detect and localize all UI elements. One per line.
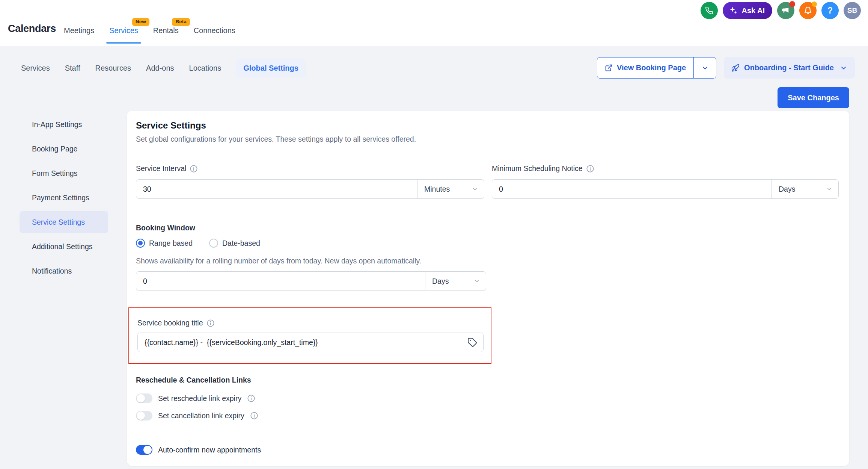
top-header: Calendars Meetings Services New Rentals … xyxy=(0,0,868,46)
links-section-title: Reschedule & Cancellation Links xyxy=(136,376,251,384)
notifications-button[interactable] xyxy=(799,2,817,19)
service-interval-unit-select[interactable]: Minutes xyxy=(417,180,484,198)
booking-window-label-text: Booking Window xyxy=(136,224,195,232)
reschedule-expiry-label: Set reschedule link expiry xyxy=(158,394,241,403)
calendar-tabs: Meetings Services New Rentals Beta Conne… xyxy=(64,26,235,36)
sidebar-item-notifications[interactable]: Notifications xyxy=(20,260,108,282)
minimum-notice-unit-select[interactable]: Days xyxy=(772,180,838,198)
info-icon[interactable] xyxy=(250,412,258,420)
tag-icon[interactable] xyxy=(467,337,477,347)
minimum-notice-unit-value: Days xyxy=(779,185,795,194)
sidebar-item-booking-page[interactable]: Booking Page xyxy=(20,138,108,160)
onboarding-start-guide-button[interactable]: Onboarding - Start Guide xyxy=(724,57,855,79)
help-button[interactable]: ? xyxy=(821,2,839,19)
subnav-global-settings[interactable]: Global Settings xyxy=(236,59,306,77)
section-title: Service Settings xyxy=(136,120,206,131)
chevron-down-icon xyxy=(473,278,480,284)
bell-icon xyxy=(804,6,812,15)
cancellation-expiry-toggle[interactable] xyxy=(136,411,152,421)
service-interval-unit-value: Minutes xyxy=(424,185,450,194)
question-icon: ? xyxy=(827,6,833,16)
settings-sidebar: In-App Settings Booking Page Form Settin… xyxy=(20,113,108,284)
minimum-notice-label-row: Minimum Scheduling Notice xyxy=(492,164,594,173)
reschedule-expiry-row: Set reschedule link expiry xyxy=(136,393,255,403)
external-link-icon xyxy=(605,64,613,72)
sparkles-icon xyxy=(729,6,738,15)
phone-icon xyxy=(705,6,713,15)
booking-title-field xyxy=(137,333,484,352)
booking-window-input[interactable] xyxy=(136,272,425,290)
info-icon[interactable] xyxy=(206,319,215,327)
service-settings-card: Service Settings Set global configuratio… xyxy=(127,111,849,466)
tab-services[interactable]: Services New xyxy=(109,26,138,36)
sidebar-item-service-settings[interactable]: Service Settings xyxy=(20,211,108,233)
divider xyxy=(136,156,840,156)
save-changes-button[interactable]: Save Changes xyxy=(778,87,849,108)
booking-title-label: Service booking title xyxy=(137,319,203,327)
minimum-notice-input[interactable] xyxy=(492,180,772,198)
radio-checked-icon xyxy=(136,239,145,248)
section-description: Set global configurations for your servi… xyxy=(136,135,416,144)
service-interval-group: Minutes xyxy=(136,179,484,199)
cancellation-expiry-label: Set cancellation link expiry xyxy=(158,412,244,420)
subnav-add-ons[interactable]: Add-ons xyxy=(146,64,174,73)
minimum-notice-group: Days xyxy=(492,179,839,199)
auto-confirm-toggle[interactable] xyxy=(136,445,152,455)
avatar[interactable]: SB xyxy=(844,2,861,19)
ask-ai-button[interactable]: Ask AI xyxy=(723,2,772,19)
view-booking-page-button[interactable]: View Booking Page xyxy=(597,57,693,78)
minimum-notice-label: Minimum Scheduling Notice xyxy=(492,164,583,173)
chevron-down-icon xyxy=(840,64,847,72)
booking-title-label-row: Service booking title xyxy=(137,319,215,327)
booking-title-input[interactable] xyxy=(139,338,467,347)
radio-date-based[interactable]: Date-based xyxy=(209,239,260,248)
booking-window-label: Booking Window xyxy=(136,224,195,232)
tab-connections[interactable]: Connections xyxy=(194,26,235,36)
chevron-down-icon xyxy=(472,186,478,192)
booking-window-helper: Shows availability for a rolling number … xyxy=(136,257,421,265)
divider xyxy=(136,433,840,433)
phone-button[interactable] xyxy=(701,2,718,19)
reschedule-expiry-toggle[interactable] xyxy=(136,393,152,403)
service-interval-input[interactable] xyxy=(136,180,417,198)
avatar-initials: SB xyxy=(847,6,857,15)
auto-confirm-label: Auto-confirm new appointments xyxy=(158,446,261,454)
subnav-services[interactable]: Services xyxy=(21,64,50,73)
sidebar-item-in-app-settings[interactable]: In-App Settings xyxy=(20,113,108,135)
service-interval-label-row: Service Interval xyxy=(136,164,198,173)
auto-confirm-row: Auto-confirm new appointments xyxy=(136,445,261,455)
radio-date-label: Date-based xyxy=(222,239,260,248)
view-booking-page-dropdown[interactable] xyxy=(693,57,716,78)
subnav-staff[interactable]: Staff xyxy=(65,64,80,73)
info-icon[interactable] xyxy=(190,165,198,173)
subnav-actions: View Booking Page Onboarding - Start Gui… xyxy=(597,57,855,79)
announcements-button[interactable] xyxy=(777,2,794,19)
topbar-icon-cluster: Ask AI ? SB xyxy=(701,2,861,19)
info-icon[interactable] xyxy=(586,165,594,173)
radio-range-label: Range based xyxy=(149,239,193,248)
sidebar-item-payment-settings[interactable]: Payment Settings xyxy=(20,187,108,209)
subnav-resources[interactable]: Resources xyxy=(95,64,131,73)
service-interval-label: Service Interval xyxy=(136,164,186,173)
rocket-icon xyxy=(731,64,740,72)
radio-range-based[interactable]: Range based xyxy=(136,239,193,248)
tab-meetings[interactable]: Meetings xyxy=(64,26,94,36)
notification-dot xyxy=(789,1,795,7)
page-title: Calendars xyxy=(8,23,56,35)
bell-dot xyxy=(812,2,817,7)
ask-ai-label: Ask AI xyxy=(741,6,765,15)
beta-badge: Beta xyxy=(172,18,190,26)
booking-window-radio-group: Range based Date-based xyxy=(136,239,260,248)
booking-window-unit-value: Days xyxy=(432,277,449,286)
info-icon[interactable] xyxy=(247,394,255,402)
subnav-locations[interactable]: Locations xyxy=(189,64,222,73)
chevron-down-icon xyxy=(701,64,709,72)
tab-rentals[interactable]: Rentals Beta xyxy=(153,26,179,36)
new-badge: New xyxy=(132,18,149,26)
booking-window-unit-select[interactable]: Days xyxy=(425,272,486,290)
links-section-title-text: Reschedule & Cancellation Links xyxy=(136,376,251,384)
view-booking-page-label: View Booking Page xyxy=(617,64,686,72)
onboarding-label: Onboarding - Start Guide xyxy=(744,64,834,72)
sidebar-item-additional-settings[interactable]: Additional Settings xyxy=(20,236,108,257)
sidebar-item-form-settings[interactable]: Form Settings xyxy=(20,162,108,184)
